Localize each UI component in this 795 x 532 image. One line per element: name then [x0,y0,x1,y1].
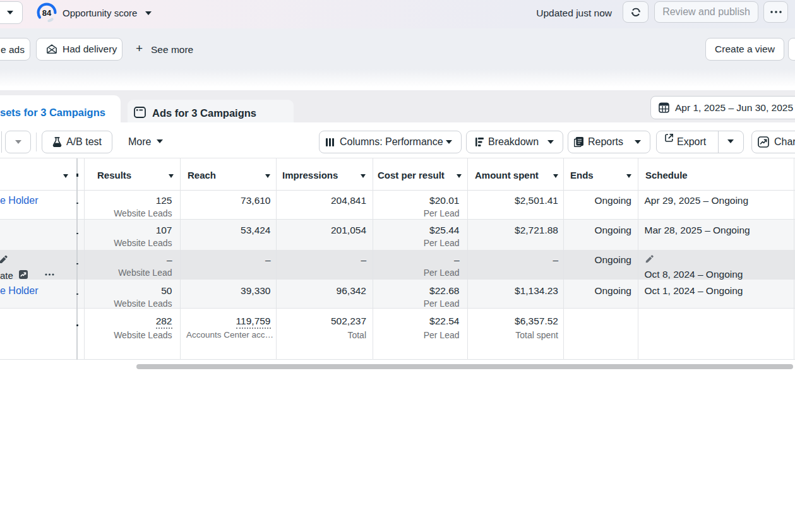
svg-text:84: 84 [42,8,52,18]
